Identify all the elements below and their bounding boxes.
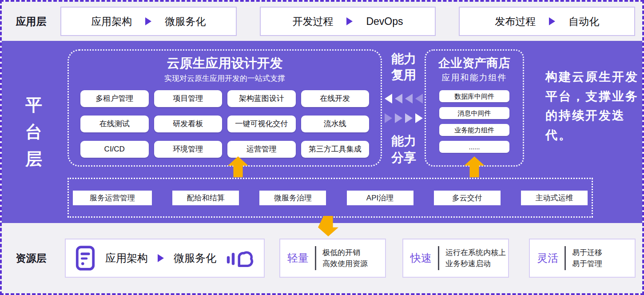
app-box-right-text: 自动化: [568, 15, 599, 28]
capability-reuse-arrows-icon: [385, 94, 423, 104]
service-item: 配给和结算: [172, 191, 239, 205]
triangle-right-icon: [385, 113, 392, 123]
capability-share-line: 分享: [391, 151, 416, 164]
service-item: 主动式运维: [521, 191, 588, 205]
enterprise-asset-store-box: 企业资产商店 应用和能力组件 数据库中间件 消息中间件 业务能力组件 .....…: [425, 49, 524, 167]
service-item: 微服务治理: [259, 191, 326, 205]
feature-line: 高效使用资源: [322, 259, 368, 268]
feature-line: 易于迁移: [572, 248, 602, 257]
cloud-native-dev-box: 云原生应用设计开发 实现对云原生应用开发的一站式支撑 多租户管理 项目管理 架构…: [68, 49, 382, 167]
triangle-left-icon: [415, 94, 423, 104]
triangle-left-icon: [405, 94, 413, 104]
asset-pill: 消息中间件: [439, 107, 509, 119]
resource-card-right-text: 微服务化: [174, 251, 216, 265]
feature-line: 易于管理: [572, 259, 602, 268]
platform-layer: 平 台 层 云原生应用设计开发 实现对云原生应用开发的一站式支撑 多租户管理 项…: [2, 41, 642, 223]
feature-description: 运行在系统内核上 业务秒速启动: [445, 247, 506, 270]
capability-exchange-column: 能力 复用 能力 分享: [384, 51, 424, 166]
application-layer-label: 应用层: [2, 15, 60, 28]
capability-share-line: 能力: [391, 134, 416, 148]
resource-architecture-card: 应用架构 微服务化: [65, 239, 265, 278]
feature-keyword: 灵活: [537, 251, 558, 265]
platform-label-char: 平: [23, 96, 44, 113]
resource-layer: 资源层 应用架构 微服务化 轻量: [2, 223, 642, 293]
arrow-right-icon: [145, 17, 151, 25]
service-item: API治理: [347, 191, 413, 205]
triangle-right-icon: [415, 113, 423, 123]
app-box-architecture: 应用架构 微服务化: [60, 7, 237, 36]
capability-pill: 运营管理: [227, 141, 296, 158]
arrow-right-icon: [346, 17, 353, 25]
triangle-left-icon: [385, 94, 392, 104]
service-item: 服务运营管理: [73, 191, 152, 205]
feature-line: 业务秒速启动: [445, 259, 491, 268]
app-box-release: 发布过程 自动化: [459, 7, 635, 36]
dev-capability-grid: 多租户管理 项目管理 架构蓝图设计 在线开发 在线测试 研发看板 一键可视化交付…: [69, 90, 381, 158]
platform-side-note: 构建云原生开发平台，支撑业务的持续开发迭代。: [545, 68, 639, 145]
dev-box-subtitle: 实现对云原生应用开发的一站式支撑: [69, 73, 381, 84]
feature-line: 运行在系统内核上: [445, 248, 506, 257]
triangle-right-icon: [405, 113, 413, 123]
app-box-right-text: DevOps: [366, 16, 403, 28]
platform-label-char: 台: [23, 124, 44, 140]
capability-pill: 架构蓝图设计: [227, 90, 296, 107]
feature-card-lightweight: 轻量 极低的开销 高效使用资源: [279, 239, 386, 278]
capability-pill: 环境管理: [154, 141, 223, 158]
triangle-right-icon: [395, 113, 402, 123]
vertical-divider: [315, 246, 316, 270]
asset-pill: 数据库中间件: [439, 90, 509, 102]
feature-line: 极低的开销: [322, 248, 360, 257]
capability-pill: 多租户管理: [80, 90, 149, 107]
server-icon: [75, 245, 95, 271]
capability-pill: CI/CD: [80, 141, 149, 158]
arrow-right-icon: [549, 17, 555, 25]
platform-layer-label: 平 台 层: [23, 96, 44, 167]
dev-box-title: 云原生应用设计开发: [69, 55, 381, 72]
cloud-icon: [226, 247, 254, 269]
architecture-diagram: 应用层 应用架构 微服务化 开发过程 DevOps 发布过程 自动化 平 台 层: [0, 0, 644, 295]
capability-pill: 一键可视化交付: [227, 116, 296, 132]
capability-pill: 在线测试: [80, 116, 149, 132]
feature-description: 易于迁移 易于管理: [572, 247, 602, 270]
application-layer: 应用层 应用架构 微服务化 开发过程 DevOps 发布过程 自动化: [2, 2, 642, 41]
capability-reuse-line: 能力: [391, 52, 416, 66]
feature-keyword: 轻量: [287, 251, 309, 265]
capability-reuse-label: 能力 复用: [391, 51, 416, 84]
capability-share-arrows-icon: [385, 113, 423, 123]
triangle-left-icon: [395, 94, 402, 104]
app-box-right-text: 微服务化: [165, 15, 206, 28]
capability-pill: 在线开发: [301, 90, 370, 107]
capability-share-label: 能力 分享: [391, 133, 416, 166]
capability-pill: 流水线: [301, 116, 370, 132]
asset-store-title: 企业资产商店: [426, 55, 523, 71]
arrow-right-icon: [158, 254, 164, 262]
vertical-divider: [564, 246, 566, 270]
resource-layer-label: 资源层: [2, 251, 60, 265]
feature-card-fast: 快速 运行在系统内核上 业务秒速启动: [402, 239, 509, 278]
app-box-left-text: 应用架构: [91, 15, 132, 28]
feature-card-flexible: 灵活 易于迁移 易于管理: [529, 239, 636, 278]
app-box-left-text: 开发过程: [292, 15, 333, 28]
asset-store-subtitle: 应用和能力组件: [426, 72, 523, 84]
asset-pill: ......: [439, 141, 509, 153]
asset-pill: 业务能力组件: [439, 124, 509, 136]
capability-pill: 研发看板: [154, 116, 223, 132]
capability-reuse-line: 复用: [391, 68, 416, 82]
service-item: 多云交付: [434, 191, 501, 205]
application-layer-boxes: 应用架构 微服务化 开发过程 DevOps 发布过程 自动化: [60, 7, 635, 36]
capability-pill: 第三方工具集成: [301, 141, 370, 158]
feature-keyword: 快速: [410, 251, 432, 265]
feature-description: 极低的开销 高效使用资源: [322, 247, 368, 270]
platform-label-char: 层: [23, 151, 44, 167]
app-box-left-text: 发布过程: [495, 15, 536, 28]
capability-pill: 项目管理: [154, 90, 223, 107]
app-box-devprocess: 开发过程 DevOps: [260, 7, 436, 36]
service-management-box: 服务运营管理 配给和结算 微服务治理 API治理 多云交付 主动式运维: [68, 178, 593, 218]
vertical-divider: [438, 246, 439, 270]
resource-card-left-text: 应用架构: [105, 251, 148, 265]
